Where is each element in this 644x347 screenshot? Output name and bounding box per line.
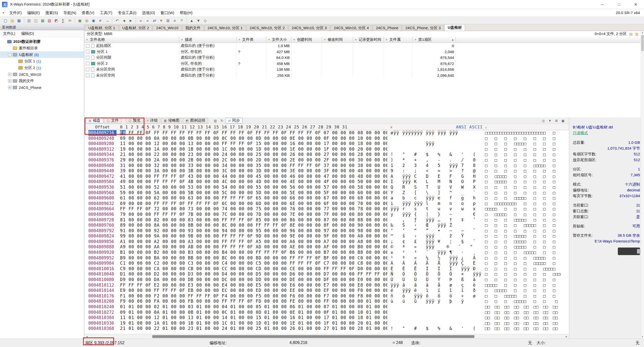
hex-ansi-text[interactable]: © ª « ÿÿÿ ­ ® ¯ ° <box>389 244 483 250</box>
hex-row[interactable]: 000481033619 01 00 00 1A 01 00 00 1B 01 … <box>84 321 569 326</box>
column-header-描述[interactable]: ▼描述 <box>179 37 237 43</box>
binoculars-search-icon[interactable]: ◎ <box>83 17 90 23</box>
search-hits-icon[interactable]: ◎ <box>540 118 546 123</box>
menu-item-工具(T)[interactable]: 工具(T) <box>97 9 115 17</box>
position-manager-icon[interactable]: ▥ <box>212 118 218 123</box>
refresh-icon[interactable]: ↻ <box>219 118 225 123</box>
hex-ansi-text[interactable]: ! " # $ % & ' ( <box>389 326 483 331</box>
hex-bytes[interactable]: F8 FF FF 0F FF FF FF FF FF FF FF 0F FF F… <box>120 130 387 136</box>
maximize-button[interactable]: □ <box>611 0 627 9</box>
tab-U盘检材[interactable]: U盘检材 <box>444 24 465 31</box>
hex-bytes[interactable]: FF FF FF 0F E2 00 00 00 E3 00 00 00 E4 0… <box>120 283 387 288</box>
menu-item-选项(O)[interactable]: 选项(O) <box>139 9 158 17</box>
filter-funnel-icon[interactable]: ▼ <box>355 38 357 41</box>
hex-ansi-text[interactable]: ± ² ³ ´ ÿÿÿ ¶ · ¸ <box>389 250 483 255</box>
row-checkbox[interactable] <box>86 44 89 48</box>
charset-label[interactable]: ANSI ASCII <box>456 125 483 129</box>
column-header-创建时间[interactable]: ▼创建时间 <box>291 37 322 43</box>
filter-funnel-icon[interactable]: ▼ <box>385 38 388 41</box>
status-offset-value[interactable]: 4,809,216 <box>289 340 307 345</box>
hex-ansi-text[interactable]: ‘ ’ “ ” • – — ˜ <box>389 228 483 234</box>
hex-row[interactable]: 000480979291 00 00 00 92 00 00 00 93 00 … <box>84 228 569 234</box>
options-icon[interactable]: ≡ <box>171 17 178 23</box>
hex-bytes[interactable]: B1 00 00 00 B2 00 00 00 B3 00 00 00 B4 0… <box>120 250 387 255</box>
hex-row[interactable]: 0004810208F9 00 00 00 FA 00 00 00 FB 00 … <box>84 299 569 304</box>
column-header-文件类[interactable]: ▼文件类 <box>237 37 266 43</box>
hex-row[interactable]: 0004810016C9 00 00 00 CA 00 00 00 CB 00 … <box>84 266 569 272</box>
tree-item-U盘检材[interactable]: -U盘检材(6) <box>0 51 84 58</box>
hex-bytes[interactable]: FF FF FF 0F 72 00 00 00 73 00 00 00 74 0… <box>120 206 387 212</box>
block-end-icon[interactable]: » <box>144 17 151 23</box>
hex-ansi-text[interactable]: Ñ Ò Ó Ô Õ Ö × ÿÿÿ <box>389 271 483 277</box>
gallery-icon[interactable]: ▦ <box>39 17 46 23</box>
hex-ansi-text[interactable]: ñ ò ÿÿÿ ô õ ö ÷ ø <box>389 293 483 299</box>
filter-funnel-icon[interactable]: ▼ <box>181 38 183 41</box>
hex-bytes[interactable]: C9 00 00 00 CA 00 00 00 CB 00 00 00 CC 0… <box>120 266 387 272</box>
hex-row[interactable]: 000481036821 01 00 00 22 01 00 00 23 01 … <box>84 326 569 331</box>
clipboard-icon[interactable]: ▣ <box>77 17 83 23</box>
hex-ansi-text[interactable]: 9 : ; < = > ? @ <box>389 168 483 174</box>
tab-U盘检材, 分区 2[interactable]: U盘检材, 分区 2 <box>119 25 153 31</box>
menu-item-窗口(W)[interactable]: 窗口(W) <box>158 9 177 17</box>
prev-item-icon[interactable]: ▲ <box>188 17 195 23</box>
goto-offset-icon[interactable]: → <box>104 17 110 23</box>
hex-bytes[interactable]: 11 00 00 00 12 00 00 00 13 00 00 00 FF F… <box>120 141 387 147</box>
hex-ansi-text[interactable]: ) * + , - . / 0 <box>389 157 483 163</box>
hex-bytes[interactable]: 01 01 00 00 02 01 00 00 03 01 00 00 04 0… <box>120 304 387 310</box>
undo-icon[interactable]: ↶ <box>114 17 121 23</box>
menu-item-专业工具(I)[interactable]: 专业工具(I) <box>115 9 139 17</box>
save-icon[interactable]: ▦ <box>16 17 22 23</box>
hex-bytes[interactable]: E9 00 00 00 FF FF FF 0F EB 00 00 00 EC 0… <box>120 288 387 293</box>
hex-row[interactable]: 000480950449 00 00 00 FF FF FF 0F 4B 00 … <box>84 179 569 185</box>
hex-bytes[interactable]: 69 00 00 00 FF FF FF 0F FF FF FF 0F 6C 0… <box>120 201 387 206</box>
hex-bytes[interactable]: A1 00 00 00 A2 00 00 00 A3 00 00 00 FF F… <box>120 239 387 245</box>
scroll-left-icon[interactable]: ◄ <box>84 335 89 338</box>
hex-bytes[interactable]: 39 00 00 00 3A 00 00 00 3B 00 00 00 3C 0… <box>120 168 387 174</box>
hex-cursor-byte[interactable]: F8 <box>120 130 126 135</box>
hex-row[interactable]: 000480953651 00 00 00 52 00 00 00 53 00 … <box>84 185 569 190</box>
tab-24CS_Win10, 分区 1[interactable]: 24CS_Win10, 分区 1 <box>204 25 246 31</box>
hex-ansi-text[interactable] <box>389 136 483 141</box>
hex-row[interactable]: 0004809984C1 00 00 00 C2 00 00 00 C3 00 … <box>84 261 569 266</box>
hex-ansi-text[interactable] <box>389 321 483 326</box>
menu-item-编辑(E)[interactable]: 编辑(E) <box>24 9 43 17</box>
hex-ansi-text[interactable] <box>389 310 483 315</box>
hex-ansi-text[interactable]: é ÿÿÿ ë ì í î ï ð <box>389 288 483 293</box>
hex-ansi-text[interactable]: y ÿÿÿ { | } ~ € <box>389 212 483 217</box>
hex-bytes[interactable]: D1 00 00 00 D2 00 00 00 D3 00 00 00 D4 0… <box>120 271 387 277</box>
scroll-up-icon[interactable]: ▲ <box>641 31 644 34</box>
hex-ansi-text[interactable]: Á Â Ã Ä Å ÿÿÿ Ç È <box>389 261 483 266</box>
filter-icon[interactable]: ▼ <box>158 17 165 23</box>
filter-funnel-icon[interactable]: ▼ <box>547 118 553 123</box>
column-header-记录更新时间[interactable]: ▼记录更新时间 <box>353 37 384 43</box>
hex-row[interactable]: 000480972881 00 00 00 82 00 00 00 83 00 … <box>84 217 569 223</box>
refine-snapshot-icon[interactable]: ⊞ <box>165 17 171 23</box>
hex-row[interactable]: 000481024001 01 00 00 02 01 00 00 03 01 … <box>84 304 569 310</box>
tree-item-分区 1[interactable]: 分区 1(1) <box>0 58 84 64</box>
tab-24CS_Win10, 分区 3[interactable]: 24CS_Win10, 分区 3 <box>288 25 330 31</box>
scrollbar-thumb[interactable] <box>152 335 474 338</box>
scroll-down-icon[interactable]: ▼ <box>641 335 644 339</box>
hex-bytes[interactable]: 61 00 00 00 62 00 00 00 63 00 00 00 FF F… <box>120 195 387 201</box>
hex-row[interactable]: 0004810080D9 00 00 00 DA 00 00 00 DB 00 … <box>84 277 569 283</box>
hex-ansi-text[interactable]: I ÿÿÿ K L M N O P <box>389 179 483 185</box>
hex-row[interactable]: 000480969679 00 00 00 FF FF FF 0F 7B 00 … <box>84 212 569 217</box>
hex-bytes[interactable]: B9 00 00 00 BA 00 00 00 BB 00 00 00 BC 0… <box>120 255 387 261</box>
hex-row[interactable]: 000480924809 00 00 00 0A 00 00 00 0B 00 … <box>84 136 569 141</box>
filter-funnel-icon[interactable]: ▼ <box>86 38 88 41</box>
menu-item-帮助(H)[interactable]: 帮助(H) <box>177 9 195 17</box>
table-row[interactable]: 未分区空间虚拟出的 (便于分析)256 KB2,096,640 <box>84 73 644 79</box>
hex-row[interactable]: 0004809888A9 00 00 00 AA 00 00 00 AB 00 … <box>84 244 569 250</box>
hex-row[interactable]: 000480940831 00 00 00 32 00 00 00 33 00 … <box>84 163 569 168</box>
files-count-icon[interactable]: ▤ <box>629 32 633 36</box>
hex-ansi-text[interactable]: ÿÿÿ r s t u v w x <box>389 206 483 212</box>
hex-row[interactable]: 0004810112FF FF FF 0F E2 00 00 00 E3 00 … <box>84 283 569 288</box>
hex-ansi-text[interactable] <box>389 304 483 310</box>
hex-ansi-text[interactable]: øÿÿ ÿÿÿÿÿÿÿ ÿÿÿ ÿÿÿ ÿÿÿ <box>389 130 483 136</box>
filter-funnel-icon[interactable]: ▼ <box>324 38 326 41</box>
hex-bytes[interactable]: 59 00 00 00 5A 00 00 00 5B 00 00 00 5C 0… <box>120 190 387 196</box>
expand-icon[interactable]: + <box>8 79 11 83</box>
view-tab-缩略图[interactable]: ▦缩略图 <box>161 118 182 123</box>
close-button[interactable]: ✕ <box>627 0 644 9</box>
hex-bytes[interactable]: 19 00 00 00 1A 00 00 00 1B 00 00 00 1C 0… <box>120 147 387 152</box>
